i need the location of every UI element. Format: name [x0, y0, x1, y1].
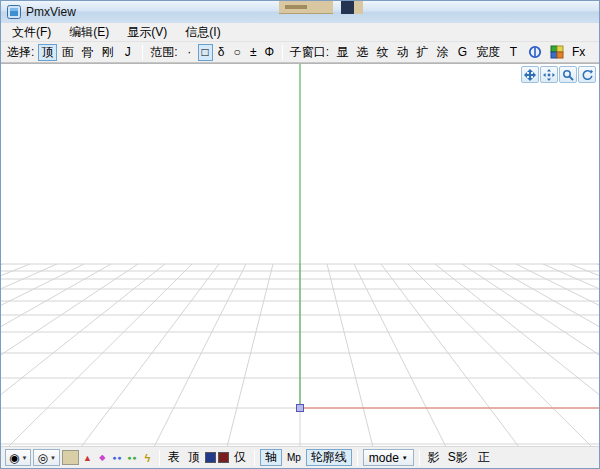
chevron-down-icon: ▼ [50, 455, 56, 461]
joint-display-icon[interactable]: ●● [126, 450, 139, 466]
subwindow-motion-button[interactable]: 动 [393, 44, 412, 61]
select-face-button[interactable]: 面 [58, 44, 77, 61]
display-mode-icon: ◎ [37, 451, 47, 465]
menu-bar: 文件(F) 编辑(E) 显示(V) 信息(I) [1, 23, 599, 42]
rotate-icon [581, 69, 593, 81]
morph-toggle[interactable]: Mp [284, 449, 304, 466]
mode-dropdown[interactable]: mode ▼ [363, 449, 414, 466]
menu-view[interactable]: 显示(V) [118, 22, 176, 43]
shadow-toggle[interactable]: 影 [425, 449, 443, 466]
subwindow-width-button[interactable]: 宽度 [473, 44, 503, 61]
move-icon [524, 69, 536, 81]
vertex-toggle[interactable]: 顶 [185, 449, 203, 466]
vertex-display-icon[interactable]: ▲ [81, 450, 94, 466]
bone-display-icon[interactable]: ●● [111, 450, 124, 466]
subwindow-g-button[interactable]: G [453, 44, 472, 61]
edge-color-swatch[interactable] [218, 452, 229, 463]
subwindow-extend-button[interactable]: 扩 [413, 44, 432, 61]
subwindow-paint-button[interactable]: 涂 [433, 44, 452, 61]
display-mode-dropdown-2[interactable]: ◎ ▼ [33, 449, 59, 466]
view-zoom-button[interactable] [559, 66, 577, 83]
origin-marker[interactable] [297, 405, 304, 412]
range-plusminus-button[interactable]: ± [246, 44, 261, 61]
front-face-toggle[interactable]: 表 [165, 449, 183, 466]
vertex-color-swatch[interactable] [205, 452, 216, 463]
select-joint-button[interactable]: J [118, 44, 137, 61]
ground-grid [1, 64, 599, 446]
menu-edit[interactable]: 编辑(E) [60, 22, 118, 43]
view-pan-button[interactable] [540, 66, 558, 83]
select-label: 选择: [7, 44, 34, 61]
fx-button[interactable]: Fx [568, 44, 589, 61]
range-rect-button[interactable]: □ [198, 44, 213, 61]
outline-toggle[interactable]: 轮廓线 [306, 449, 352, 466]
axis-toggle[interactable]: 轴 [260, 449, 282, 466]
background-window-fragment [341, 1, 354, 14]
statusbar-separator [159, 450, 160, 466]
pmxview-window: PmxView 文件(F) 编辑(E) 显示(V) 信息(I) 选择: 顶 面 … [0, 0, 600, 469]
quad-grid-icon [550, 45, 564, 59]
chevron-down-icon: ▼ [402, 455, 408, 461]
pan-icon [543, 69, 555, 81]
subwindow-label: 子窗口: [290, 44, 329, 61]
subwindow-t-button[interactable]: T [504, 44, 523, 61]
toolbar: 选择: 顶 面 骨 刚 J 范围: · □ δ ○ ± Φ 子窗口: 显 选 纹… [1, 42, 599, 63]
subwindow-texture-button[interactable]: 纹 [373, 44, 392, 61]
range-phi-button[interactable]: Φ [262, 44, 277, 61]
view-rotate-button[interactable] [578, 66, 596, 83]
mode-label: mode [369, 451, 399, 465]
background-window-fragment [279, 1, 333, 14]
select-rigidbody-button[interactable]: 刚 [98, 44, 117, 61]
window-title: PmxView [26, 5, 76, 19]
stereo-view-button[interactable] [524, 43, 545, 61]
display-mode-dropdown-1[interactable]: ◉ ▼ [5, 449, 31, 466]
chevron-down-icon: ▼ [21, 455, 27, 461]
background-color-swatch[interactable] [62, 450, 79, 465]
statusbar-separator [254, 450, 255, 466]
select-bone-button[interactable]: 骨 [78, 44, 97, 61]
statusbar-separator [357, 450, 358, 466]
subwindow-select-button[interactable]: 选 [353, 44, 372, 61]
range-circle-button[interactable]: ○ [230, 44, 245, 61]
self-shadow-toggle[interactable]: S影 [445, 449, 471, 466]
app-icon [7, 5, 21, 19]
status-bar: ◉ ▼ ◎ ▼ ▲ ◆ ●● ●● ϟ 表 顶 仅 轴 Mp 轮廓线 mode … [1, 446, 599, 468]
display-mode-icon: ◉ [9, 451, 19, 465]
zoom-icon [562, 69, 574, 81]
range-delta-button[interactable]: δ [214, 44, 229, 61]
subwindow-display-button[interactable]: 显 [333, 44, 352, 61]
range-point-button[interactable]: · [182, 44, 197, 61]
range-label: 范围: [150, 44, 177, 61]
normal-mode-label: 正 [478, 449, 490, 466]
circle-view-icon [528, 45, 542, 59]
physics-icon[interactable]: ϟ [141, 450, 154, 466]
only-selected-toggle[interactable]: 仅 [231, 449, 249, 466]
point-display-icon[interactable]: ◆ [96, 450, 109, 466]
background-window-fragment [354, 1, 363, 14]
statusbar-separator [419, 450, 420, 466]
menu-file[interactable]: 文件(F) [3, 22, 60, 43]
toolbar-separator [142, 45, 143, 60]
view-nav-buttons [521, 66, 596, 83]
view-move-button[interactable] [521, 66, 539, 83]
menu-info[interactable]: 信息(I) [176, 22, 229, 43]
select-vertex-button[interactable]: 顶 [38, 44, 57, 61]
viewport-3d[interactable] [1, 63, 599, 446]
toolbar-separator [282, 45, 283, 60]
title-bar[interactable]: PmxView [1, 1, 599, 23]
quad-view-button[interactable] [546, 43, 567, 61]
